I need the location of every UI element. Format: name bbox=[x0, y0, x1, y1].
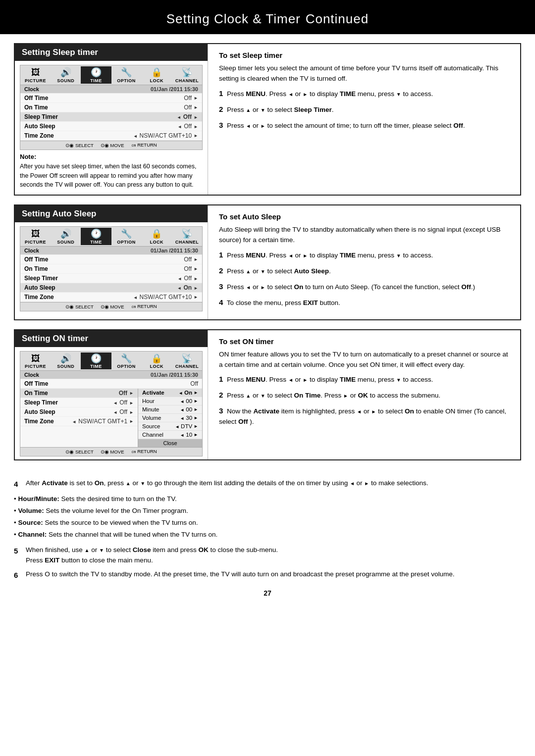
on-step-2: 2 Press ▲ or ▼ to select On Time. Press … bbox=[219, 389, 510, 401]
channel-icon-item-2: 📡 CHANNEL bbox=[172, 228, 202, 245]
auto-step-4: 4 To close the menu, press EXIT button. bbox=[219, 297, 510, 308]
channel-icon-item-3: 📡 CHANNEL bbox=[172, 353, 202, 370]
clock-row: Clock 01/Jan /2011 15:30 bbox=[20, 85, 202, 94]
sound-icon-item: 🔊 SOUND bbox=[51, 66, 81, 84]
clock-row-3: Clock 01/Jan /2011 15:30 bbox=[20, 371, 202, 379]
option-icon-3: 🔧 bbox=[112, 354, 141, 364]
sleep-timer-steps: 1 Press MENU. Press ◄ or ► to display TI… bbox=[219, 88, 510, 131]
sleep-timer-title: Setting Sleep timer bbox=[15, 44, 208, 61]
page-header: Setting Clock & Timer Continued bbox=[0, 0, 535, 34]
bullet-source: Source: Sets the source to be viewed whe… bbox=[14, 518, 521, 528]
on-timer-right: To set ON timer ON timer feature allows … bbox=[208, 330, 520, 460]
auto-sleep-row-3: Auto Sleep Off bbox=[20, 407, 138, 417]
sleep-timer-intro: Sleep timer lets you select the amount o… bbox=[219, 63, 510, 84]
auto-step-3: 3 Press ◄ or ► to select On to turn on A… bbox=[219, 281, 510, 293]
sleep-timer-note: Note: After you have set sleep timer, wh… bbox=[20, 153, 203, 190]
picture-icon-2: 🖼 bbox=[21, 229, 50, 239]
step-1: 1 Press MENU. Press ◄ or ► to display TI… bbox=[219, 88, 510, 100]
picture-icon-3: 🖼 bbox=[21, 354, 50, 364]
lock-icon: 🔒 bbox=[142, 68, 171, 78]
volume-row: Volume 30 ► bbox=[138, 414, 202, 422]
on-timer-menu: 🖼 PICTURE 🔊 SOUND 🕐 TIME 🔧 OPTION bbox=[20, 351, 203, 457]
auto-sleep-right-title: To set Auto Sleep bbox=[219, 212, 510, 221]
menu-bottom-bar-3: ⊙◉ SELECT ⊙◉ MOVE ㎝ RETURN bbox=[20, 447, 202, 456]
sleep-timer-row-2: Sleep Timer Off bbox=[20, 274, 202, 283]
sleep-timer-menu: 🖼 PICTURE 🔊 SOUND 🕐 TIME 🔧 OPTION bbox=[20, 65, 203, 150]
bottom-step-4: 4 After Activate is set to On, press ▲ o… bbox=[14, 478, 521, 490]
option-icon-item-3: 🔧 OPTION bbox=[111, 353, 142, 370]
time-zone-row-3: Time Zone NSW/ACT GMT+1 ► bbox=[20, 417, 138, 426]
sound-icon-3: 🔊 bbox=[51, 354, 80, 364]
time-icon: 🕐 bbox=[81, 68, 110, 78]
sleep-timer-row-3: Sleep Timer Off bbox=[20, 398, 138, 407]
on-step-3: 3 Now the Activate item is highlighted, … bbox=[219, 405, 510, 427]
menu-icons-row-2: 🖼 PICTURE 🔊 SOUND 🕐 TIME 🔧 OPTION bbox=[20, 227, 202, 247]
on-time-row: On Time Off bbox=[20, 103, 202, 112]
bullet-list: Hour/Minute: Sets the desired time to tu… bbox=[0, 494, 535, 540]
picture-icon-item-3: 🖼 PICTURE bbox=[20, 353, 51, 370]
activate-row: Activate On ► bbox=[138, 389, 202, 397]
hour-row: Hour 00 ► bbox=[138, 397, 202, 405]
auto-sleep-section: Setting Auto Sleep 🖼 PICTURE 🔊 SOUND 🕐 T… bbox=[14, 204, 521, 320]
on-time-row-3: On Time Off ► bbox=[20, 389, 138, 398]
sleep-timer-right: To set Sleep timer Sleep timer lets you … bbox=[208, 44, 520, 195]
step-2: 2 Press ▲ or ▼ to select Sleep Timer. bbox=[219, 103, 510, 115]
sound-icon-item-2: 🔊 SOUND bbox=[51, 228, 81, 245]
lock-icon-item: 🔒 LOCK bbox=[142, 66, 172, 84]
time-zone-row-2: Time Zone NSW/ACT GMT+10 ► bbox=[20, 293, 202, 302]
option-icon: 🔧 bbox=[112, 68, 141, 78]
off-time-row: Off Time Off bbox=[20, 94, 202, 103]
on-timer-section: Setting ON timer 🖼 PICTURE 🔊 SOUND 🕐 TIM… bbox=[14, 329, 521, 461]
channel-icon: 📡 bbox=[172, 68, 202, 78]
on-timer-title: Setting ON timer bbox=[15, 330, 208, 347]
on-step-1: 1 Press MENU. Press ◄ or ► to display TI… bbox=[219, 373, 510, 385]
bullet-volume: Volume: Sets the volume level for the On… bbox=[14, 506, 521, 516]
on-timer-submenu: Activate On ► Hour 00 ► Minute 00 ► bbox=[138, 389, 202, 447]
off-time-row-2: Off Time Off bbox=[20, 255, 202, 264]
on-timer-intro: ON timer feature allows you to set the T… bbox=[219, 350, 510, 370]
option-icon-2: 🔧 bbox=[112, 229, 141, 239]
menu-icons-row-3: 🖼 PICTURE 🔊 SOUND 🕐 TIME 🔧 OPTION bbox=[20, 352, 202, 371]
clock-row-2: Clock 01/Jan /2011 15:30 bbox=[20, 247, 202, 255]
close-submenu[interactable]: Close bbox=[138, 439, 202, 447]
auto-step-1: 1 Press MENU. Press ◄ or ► to display TI… bbox=[219, 249, 510, 261]
page-number: 27 bbox=[0, 585, 535, 603]
menu-bottom-bar: ⊙◉ SELECT ⊙◉ MOVE ㎝ RETURN bbox=[20, 141, 202, 150]
option-icon-item-2: 🔧 OPTION bbox=[111, 228, 142, 245]
sleep-timer-left: Setting Sleep timer 🖼 PICTURE 🔊 SOUND 🕐 bbox=[15, 44, 208, 195]
lock-icon-item-3: 🔒 LOCK bbox=[142, 353, 172, 370]
option-icon-item: 🔧 OPTION bbox=[111, 66, 142, 84]
step-3: 3 Press ◄ or ► to select the amount of t… bbox=[219, 119, 510, 131]
sleep-timer-section: Setting Sleep timer 🖼 PICTURE 🔊 SOUND 🕐 bbox=[14, 43, 521, 196]
auto-step-2: 2 Press ▲ or ▼ to select Auto Sleep. bbox=[219, 265, 510, 277]
sleep-timer-right-title: To set Sleep timer bbox=[219, 51, 510, 59]
picture-icon: 🖼 bbox=[21, 68, 50, 78]
menu-bottom-bar-2: ⊙◉ SELECT ⊙◉ MOVE ㎝ RETURN bbox=[20, 302, 202, 311]
time-icon-item: 🕐 TIME bbox=[81, 66, 111, 84]
on-time-row-2: On Time Off bbox=[20, 264, 202, 274]
off-time-row-3: Off Time Off bbox=[20, 379, 202, 389]
auto-sleep-intro: Auto Sleep will bring the TV to standby … bbox=[219, 225, 510, 246]
time-icon-item-3: 🕐 TIME bbox=[81, 353, 111, 370]
final-steps: 5 When finished, use ▲ or ▼ to select Cl… bbox=[0, 545, 535, 581]
channel-icon-item: 📡 CHANNEL bbox=[172, 66, 202, 84]
auto-sleep-steps: 1 Press MENU. Press ◄ or ► to display TI… bbox=[219, 249, 510, 308]
sleep-timer-row: Sleep Timer Off bbox=[20, 112, 202, 122]
page-title: Setting Clock & Timer Continued bbox=[0, 9, 535, 27]
on-timer-left: Setting ON timer 🖼 PICTURE 🔊 SOUND 🕐 TIM… bbox=[15, 330, 208, 460]
bottom-steps: 4 After Activate is set to On, press ▲ o… bbox=[0, 478, 535, 490]
auto-sleep-menu-row: Auto Sleep On bbox=[20, 283, 202, 293]
auto-sleep-right: To set Auto Sleep Auto Sleep will bring … bbox=[208, 205, 520, 319]
minute-row: Minute 00 ► bbox=[138, 405, 202, 414]
on-timer-steps: 1 Press MENU. Press ◄ or ► to display TI… bbox=[219, 373, 510, 427]
time-icon-3: 🕐 bbox=[81, 354, 110, 364]
on-timer-right-title: To set ON timer bbox=[219, 337, 510, 346]
menu-icons-row: 🖼 PICTURE 🔊 SOUND 🕐 TIME 🔧 OPTION bbox=[20, 65, 202, 85]
sound-icon-item-3: 🔊 SOUND bbox=[51, 353, 81, 370]
auto-sleep-title: Setting Auto Sleep bbox=[15, 205, 208, 222]
time-icon-item-2: 🕐 TIME bbox=[81, 228, 111, 245]
bullet-hour: Hour/Minute: Sets the desired time to tu… bbox=[14, 494, 521, 504]
source-row: Source DTV ► bbox=[138, 422, 202, 431]
picture-icon-item: 🖼 PICTURE bbox=[20, 66, 51, 84]
lock-icon-2: 🔒 bbox=[142, 229, 171, 239]
